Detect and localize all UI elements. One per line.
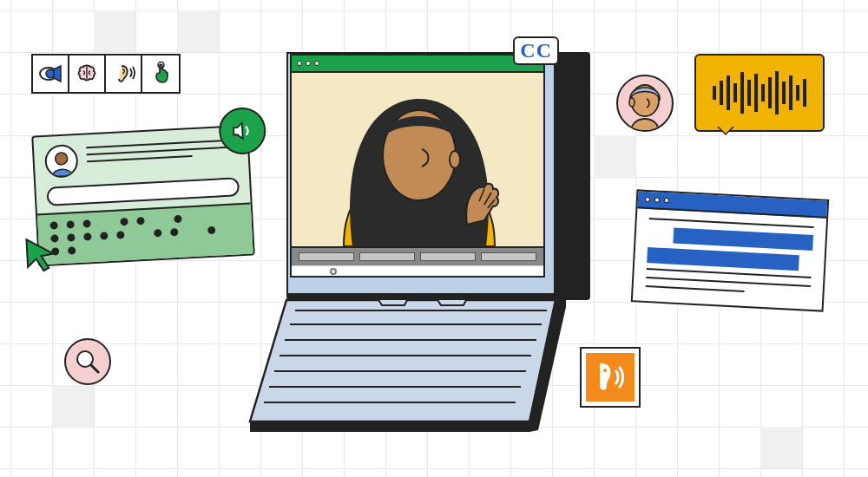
text-to-speech-tile [580,347,641,408]
hearing-cell [106,56,142,92]
motor-cell [142,56,179,92]
laptop-base [243,291,582,439]
profile-avatar [616,75,674,132]
video-content [292,73,543,246]
braille-strip [37,203,253,265]
speaker-icon [227,116,257,146]
post-input[interactable] [46,177,240,206]
video-progress[interactable] [292,265,543,276]
browser-titlebar [292,56,543,73]
post-avatar [44,144,79,179]
vision-cell [33,56,69,92]
cursor-icon [23,234,59,274]
svg-point-7 [450,151,460,168]
laptop: CC [286,52,590,442]
brain-icon [75,62,99,86]
grid-shade [52,385,94,427]
text-highlight [647,247,799,271]
post-text-lines [86,135,238,167]
cognitive-cell [69,56,106,92]
eye-icon [38,62,62,86]
magnifier-icon [73,347,102,376]
svg-point-10 [603,369,607,372]
progress-thumb[interactable] [330,268,337,275]
sign-language-person [292,73,543,246]
text-highlight [673,228,813,251]
screen-reader-card [31,125,255,267]
magnifier-badge [64,338,111,385]
svg-point-9 [629,98,635,107]
audio-speech-bubble [694,54,825,132]
grid-shade [760,427,802,468]
voice-icon [589,356,631,398]
grid-shade [94,10,135,52]
closed-caption-badge: CC [513,36,559,65]
grid-shade [177,10,219,52]
accessibility-icon-strip [31,54,181,94]
ear-icon [111,62,135,86]
video-controls[interactable] [292,246,543,265]
touch-icon [148,62,173,86]
video-browser-window: CC [290,54,545,278]
svg-point-3 [55,153,68,166]
grid-shade [594,135,635,177]
document-window [631,189,829,311]
svg-line-5 [91,365,98,372]
